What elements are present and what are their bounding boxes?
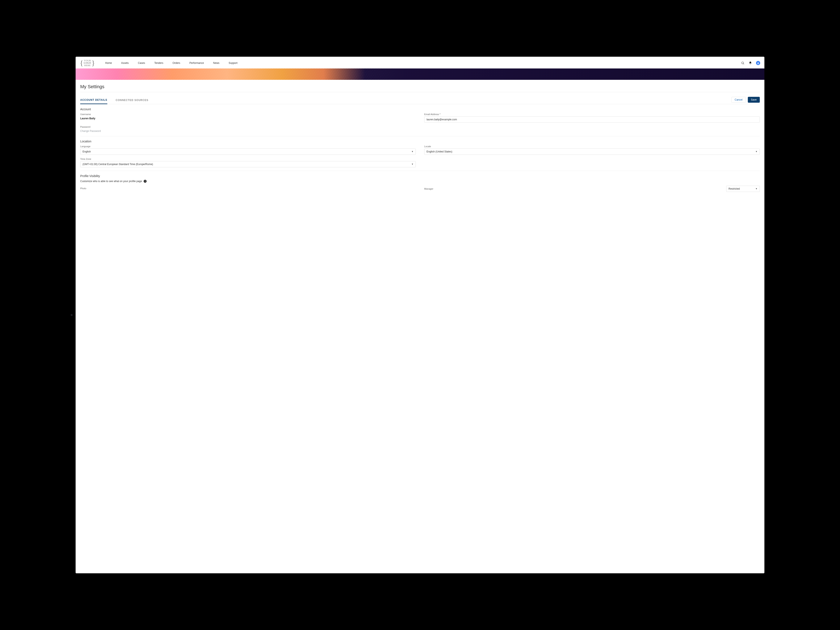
locale-select[interactable]: English (United States) ▼ — [424, 148, 760, 155]
language-field: Language English ▼ — [80, 145, 416, 155]
logo-placeholder: { YOUR LOGO HERE } — [80, 59, 95, 67]
form-actions: Cancel Save — [731, 97, 760, 104]
language-select[interactable]: English ▼ — [80, 148, 416, 155]
account-grid: Username Lauren Baily Email Address * Pa… — [80, 113, 760, 133]
language-label: Language — [80, 145, 416, 148]
nav-assets[interactable]: Assets — [121, 62, 129, 65]
logo-brace-left: { — [80, 59, 84, 67]
tablet-device-frame: { YOUR LOGO HERE } Home Assets Cases Ten… — [67, 51, 773, 579]
location-grid: Language English ▼ Locale English (Unite… — [80, 145, 760, 167]
chevron-down-icon: ▼ — [755, 188, 758, 190]
logo-text: YOUR LOGO HERE — [84, 59, 92, 67]
app-screen: { YOUR LOGO HERE } Home Assets Cases Ten… — [76, 57, 764, 573]
section-visibility-title: Profile Visibility — [80, 174, 760, 178]
chevron-down-icon: ▼ — [411, 163, 414, 165]
svg-line-1 — [744, 64, 744, 64]
timezone-field: Time Zone (GMT+01:00) Central European S… — [80, 158, 416, 167]
locale-label: Locale — [424, 145, 760, 148]
profile-avatar-icon[interactable] — [756, 61, 760, 65]
search-icon[interactable] — [741, 61, 745, 65]
logo-line2: LOGO — [84, 62, 91, 64]
language-value: English — [82, 150, 91, 153]
top-nav: Home Assets Cases Tenders Orders Perform… — [105, 62, 237, 65]
visibility-help-row: Customize who is able to see what on you… — [80, 180, 760, 183]
hero-banner — [76, 68, 764, 80]
cancel-button[interactable]: Cancel — [731, 97, 745, 103]
password-field: Password Change Password — [80, 126, 416, 133]
username-field: Username Lauren Baily — [80, 113, 416, 123]
chevron-down-icon: ▼ — [755, 150, 758, 153]
visibility-grid: Photo Manager Restricted ▼ — [80, 186, 760, 192]
logo-brace-right: } — [92, 59, 95, 67]
change-password-link[interactable]: Change Password — [80, 129, 101, 133]
timezone-value: (GMT+01:00) Central European Standard Ti… — [82, 163, 153, 166]
email-field: Email Address * — [424, 113, 760, 123]
username-label: Username — [80, 113, 416, 115]
svg-point-0 — [742, 62, 744, 64]
manager-visibility-select[interactable]: Restricted ▼ — [726, 186, 760, 192]
account-divider — [80, 136, 760, 136]
manager-visibility-value: Restricted — [728, 187, 740, 190]
header-actions — [741, 61, 760, 65]
section-account-title: Account — [80, 107, 760, 111]
tablet-camera-dot — [71, 314, 72, 316]
locale-value: English (United States) — [426, 150, 452, 153]
logo-line1: YOUR — [84, 59, 91, 62]
page-title: My Settings — [80, 83, 760, 92]
email-input[interactable] — [424, 116, 760, 123]
section-location-title: Location — [80, 140, 760, 143]
photo-label: Photo — [80, 187, 416, 189]
bell-icon[interactable] — [748, 61, 752, 65]
nav-home[interactable]: Home — [105, 62, 112, 65]
chevron-down-icon: ▼ — [411, 150, 414, 153]
timezone-label: Time Zone — [80, 158, 416, 160]
nav-performance[interactable]: Performance — [189, 62, 204, 65]
svg-point-2 — [758, 62, 758, 63]
nav-tenders[interactable]: Tenders — [154, 62, 163, 65]
nav-orders[interactable]: Orders — [172, 62, 180, 65]
username-value: Lauren Baily — [80, 117, 95, 120]
nav-news[interactable]: News — [213, 62, 219, 65]
tab-account-details[interactable]: ACCOUNT DETAILS — [80, 97, 107, 104]
nav-cases[interactable]: Cases — [138, 62, 145, 65]
manager-label: Manager — [424, 188, 433, 190]
save-button[interactable]: Save — [748, 97, 760, 103]
title-divider — [80, 92, 760, 92]
tabs-row: ACCOUNT DETAILS CONNECTED SOURCES Cancel… — [80, 97, 760, 104]
email-label: Email Address * — [424, 113, 760, 115]
timezone-select[interactable]: (GMT+01:00) Central European Standard Ti… — [80, 161, 416, 167]
logo-line3: HERE — [84, 64, 91, 66]
info-icon[interactable]: i — [144, 180, 147, 183]
locale-field: Locale English (United States) ▼ — [424, 145, 760, 155]
page-content: My Settings ACCOUNT DETAILS CONNECTED SO… — [76, 80, 764, 573]
nav-support[interactable]: Support — [229, 62, 237, 65]
tab-connected-sources[interactable]: CONNECTED SOURCES — [116, 97, 148, 104]
visibility-help-text: Customize who is able to see what on you… — [80, 180, 142, 183]
password-label: Password — [80, 126, 416, 128]
app-header: { YOUR LOGO HERE } Home Assets Cases Ten… — [76, 57, 764, 68]
